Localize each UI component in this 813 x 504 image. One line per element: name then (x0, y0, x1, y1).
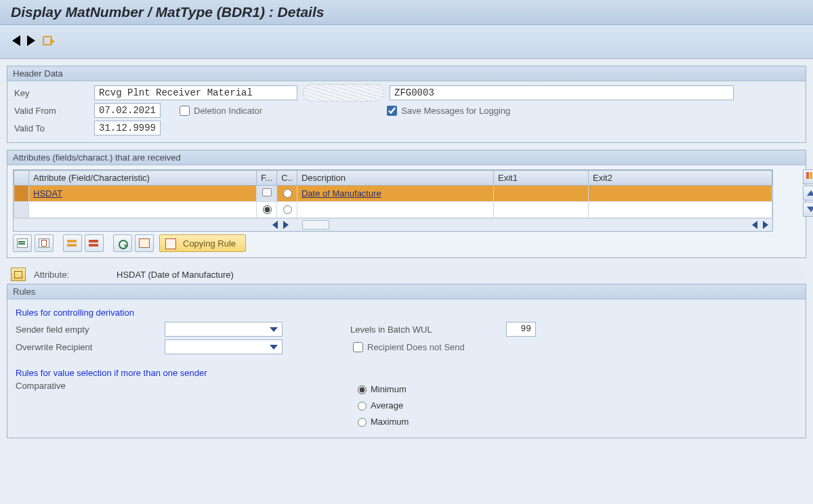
arrow-up-icon (807, 190, 813, 196)
copy-button[interactable] (135, 234, 154, 252)
save-messages-checkbox[interactable]: Save Messages for Logging (384, 104, 510, 118)
deletion-indicator-input[interactable] (180, 106, 190, 116)
select-all-button[interactable] (63, 234, 82, 252)
exit1-cell (494, 192, 588, 196)
scroll-left2-icon[interactable] (752, 221, 757, 229)
insert-row-button[interactable] (13, 234, 32, 252)
copying-rule-label: Copying Rule (183, 238, 236, 249)
save-messages-label: Save Messages for Logging (401, 106, 510, 116)
search-icon (117, 238, 128, 248)
exit-button[interactable] (41, 35, 54, 49)
grid-hscroll[interactable] (14, 218, 772, 231)
radio-min-input[interactable] (358, 385, 367, 394)
chevron-down-icon (270, 327, 278, 332)
radio-max-label: Maximum (371, 417, 409, 427)
f4-button[interactable] (257, 186, 277, 202)
key-label: Key (13, 88, 94, 98)
valid-to-label: Valid To (13, 123, 94, 133)
main-toolbar (0, 25, 813, 59)
scroll-handle[interactable] (302, 220, 329, 230)
deletion-indicator-checkbox[interactable]: Deletion Indicator (177, 104, 262, 118)
valid-from-label: Valid From (13, 106, 94, 116)
attributes-title: Attributes (fields/charact.) that are re… (7, 150, 806, 165)
c-radio[interactable] (283, 189, 292, 198)
key-field-1[interactable]: Rcvg Plnt Receiver Material (94, 85, 297, 100)
radio-min-label: Minimum (371, 384, 406, 394)
attribute-link[interactable]: HSDAT (33, 188, 62, 198)
scroll-down-button[interactable] (803, 202, 813, 217)
rules-heading-selection: Rules for value selection if more than o… (16, 368, 797, 378)
deselect-all-icon (89, 238, 100, 248)
levels-label: Levels in Batch WUL (350, 324, 506, 335)
deselect-all-button[interactable] (85, 234, 104, 252)
description-link[interactable]: Date of Manufacture (301, 188, 381, 198)
scroll-left-icon[interactable] (272, 221, 278, 229)
attributes-panel: Attributes (fields/charact.) that are re… (7, 150, 806, 258)
table-row[interactable]: HSDAT Date of Manufacture (14, 186, 772, 202)
nav-prev-button[interactable] (12, 35, 20, 48)
c-radio[interactable] (263, 205, 272, 214)
recipient-not-send-input[interactable] (353, 342, 363, 352)
page-title: Display MatNumber / MatType (BDR1) : Det… (11, 4, 802, 20)
arrow-right-icon (27, 35, 35, 46)
overwrite-label: Overwrite Recipient (16, 342, 165, 352)
sender-empty-label: Sender field empty (16, 324, 165, 335)
radio-avg-input[interactable] (358, 402, 367, 411)
grid-toolbar: Copying Rule (13, 232, 800, 257)
title-bar: Display MatNumber / MatType (BDR1) : Det… (0, 0, 813, 25)
levels-field[interactable]: 99 (506, 322, 536, 337)
c-radio[interactable] (283, 205, 292, 214)
col-description[interactable]: Description (297, 171, 493, 186)
header-data-title: Header Data (7, 66, 806, 81)
rules-panel: Rules Rules for controlling derivation S… (7, 284, 806, 438)
col-f[interactable]: F... (257, 171, 277, 186)
table-row[interactable] (14, 202, 772, 218)
attribute-bar-value: HSDAT (Date of Manufacture) (117, 270, 234, 280)
recipient-not-send-checkbox[interactable]: Recipient Does not Send (350, 340, 465, 354)
col-exit1[interactable]: Exit1 (493, 171, 588, 186)
redacted-area (303, 84, 384, 102)
col-exit2[interactable]: Exit2 (588, 171, 772, 186)
arrow-down-icon (807, 207, 813, 212)
overwrite-dropdown[interactable] (165, 339, 283, 354)
valid-to-field[interactable]: 31.12.9999 (94, 121, 161, 135)
save-messages-input[interactable] (387, 106, 397, 116)
col-c[interactable]: C.. (277, 171, 297, 186)
rules-heading-derivation: Rules for controlling derivation (16, 308, 797, 318)
valid-from-field[interactable]: 07.02.2021 (94, 103, 161, 118)
columns-icon (806, 172, 813, 182)
col-attribute[interactable]: Attribute (Field/Characteristic) (29, 171, 257, 186)
header-data-panel: Header Data Key Rcvg Plnt Receiver Mater… (7, 66, 806, 143)
arrow-left-icon (12, 35, 20, 46)
nav-next-button[interactable] (27, 35, 35, 48)
comparative-max-radio[interactable]: Maximum (354, 413, 409, 429)
rules-title: Rules (7, 285, 806, 299)
exit-icon (41, 35, 54, 47)
attribute-bar-label: Attribute: (34, 270, 108, 280)
scroll-up-button[interactable] (803, 186, 813, 201)
comparative-avg-radio[interactable]: Average (354, 397, 409, 413)
key-field-2[interactable]: ZFG0003 (390, 85, 734, 100)
configure-columns-button[interactable] (803, 169, 813, 184)
find-button[interactable] (113, 234, 132, 252)
insert-row-icon (17, 238, 28, 248)
attributes-grid: Attribute (Field/Characteristic) F... C.… (13, 169, 773, 232)
matchcode-icon (262, 188, 272, 196)
deletion-indicator-label: Deletion Indicator (194, 106, 262, 116)
row-selector[interactable] (14, 186, 29, 202)
recipient-not-send-label: Recipient Does not Send (367, 342, 465, 352)
scroll-right2-icon[interactable] (763, 221, 768, 229)
row-selector[interactable] (14, 202, 29, 218)
comparative-label: Comparative (16, 381, 354, 391)
radio-max-input[interactable] (358, 418, 367, 427)
copying-rule-button[interactable]: Copying Rule (159, 234, 246, 252)
comparative-min-radio[interactable]: Minimum (354, 381, 409, 397)
radio-avg-label: Average (371, 400, 403, 411)
chevron-down-icon (270, 345, 278, 350)
select-all-icon (67, 238, 78, 248)
attribute-detail-bar: Attribute: HSDAT (Date of Manufacture) (7, 265, 806, 284)
delete-row-button[interactable] (35, 234, 54, 252)
delete-row-icon (39, 238, 49, 248)
sender-empty-dropdown[interactable] (165, 322, 283, 337)
scroll-right-icon[interactable] (283, 221, 289, 229)
